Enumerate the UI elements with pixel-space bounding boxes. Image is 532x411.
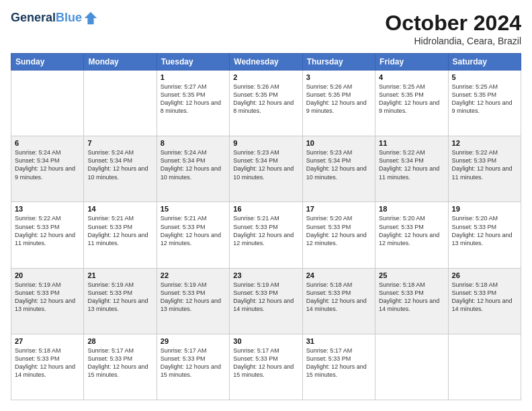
table-row: 14Sunrise: 5:21 AM Sunset: 5:33 PM Dayli…: [84, 202, 157, 268]
day-info: Sunrise: 5:23 AM Sunset: 5:34 PM Dayligh…: [233, 148, 298, 181]
day-number: 10: [306, 139, 371, 147]
table-row: [11, 71, 84, 136]
day-info: Sunrise: 5:23 AM Sunset: 5:34 PM Dayligh…: [306, 148, 371, 181]
day-number: 8: [161, 139, 226, 147]
day-info: Sunrise: 5:22 AM Sunset: 5:33 PM Dayligh…: [452, 148, 517, 181]
day-number: 19: [452, 205, 517, 213]
table-row: 28Sunrise: 5:17 AM Sunset: 5:33 PM Dayli…: [84, 334, 157, 400]
col-tuesday: Tuesday: [157, 54, 229, 71]
table-row: 11Sunrise: 5:22 AM Sunset: 5:34 PM Dayli…: [375, 136, 448, 202]
table-row: 12Sunrise: 5:22 AM Sunset: 5:33 PM Dayli…: [448, 136, 521, 202]
day-number: 5: [452, 73, 517, 81]
day-info: Sunrise: 5:20 AM Sunset: 5:33 PM Dayligh…: [306, 214, 371, 247]
table-row: [375, 334, 448, 400]
col-friday: Friday: [375, 54, 448, 71]
day-info: Sunrise: 5:21 AM Sunset: 5:33 PM Dayligh…: [87, 214, 152, 247]
table-row: 13Sunrise: 5:22 AM Sunset: 5:33 PM Dayli…: [11, 202, 84, 268]
calendar-week-row: 27Sunrise: 5:18 AM Sunset: 5:33 PM Dayli…: [11, 334, 521, 400]
day-info: Sunrise: 5:20 AM Sunset: 5:33 PM Dayligh…: [379, 214, 444, 247]
day-info: Sunrise: 5:17 AM Sunset: 5:33 PM Dayligh…: [87, 347, 152, 379]
table-row: [84, 71, 157, 136]
day-info: Sunrise: 5:18 AM Sunset: 5:33 PM Dayligh…: [15, 347, 80, 379]
day-info: Sunrise: 5:24 AM Sunset: 5:34 PM Dayligh…: [87, 148, 152, 181]
table-row: [448, 334, 521, 400]
day-info: Sunrise: 5:17 AM Sunset: 5:33 PM Dayligh…: [233, 347, 298, 379]
day-number: 4: [379, 73, 444, 81]
calendar-week-row: 1Sunrise: 5:27 AM Sunset: 5:35 PM Daylig…: [11, 71, 521, 136]
col-saturday: Saturday: [448, 54, 521, 71]
calendar-week-row: 20Sunrise: 5:19 AM Sunset: 5:33 PM Dayli…: [11, 268, 521, 334]
day-info: Sunrise: 5:18 AM Sunset: 5:33 PM Dayligh…: [379, 281, 444, 314]
day-number: 3: [306, 73, 371, 81]
logo-text: GeneralBlue: [11, 11, 82, 25]
day-number: 20: [15, 271, 80, 279]
day-number: 11: [379, 139, 444, 147]
day-info: Sunrise: 5:25 AM Sunset: 5:35 PM Dayligh…: [452, 83, 517, 116]
day-number: 31: [306, 337, 371, 345]
day-info: Sunrise: 5:27 AM Sunset: 5:35 PM Dayligh…: [161, 83, 226, 116]
day-info: Sunrise: 5:26 AM Sunset: 5:35 PM Dayligh…: [306, 83, 371, 116]
calendar-header-row: Sunday Monday Tuesday Wednesday Thursday…: [11, 54, 521, 71]
table-row: 16Sunrise: 5:21 AM Sunset: 5:33 PM Dayli…: [230, 202, 302, 268]
day-number: 9: [233, 139, 298, 147]
table-row: 1Sunrise: 5:27 AM Sunset: 5:35 PM Daylig…: [157, 71, 229, 136]
table-row: 18Sunrise: 5:20 AM Sunset: 5:33 PM Dayli…: [375, 202, 448, 268]
day-info: Sunrise: 5:19 AM Sunset: 5:33 PM Dayligh…: [233, 281, 298, 314]
day-info: Sunrise: 5:19 AM Sunset: 5:33 PM Dayligh…: [161, 281, 226, 314]
day-info: Sunrise: 5:21 AM Sunset: 5:33 PM Dayligh…: [161, 214, 226, 247]
day-number: 1: [161, 73, 226, 81]
day-info: Sunrise: 5:21 AM Sunset: 5:33 PM Dayligh…: [233, 214, 298, 247]
day-info: Sunrise: 5:24 AM Sunset: 5:34 PM Dayligh…: [15, 148, 80, 181]
table-row: 27Sunrise: 5:18 AM Sunset: 5:33 PM Dayli…: [11, 334, 84, 400]
day-info: Sunrise: 5:25 AM Sunset: 5:35 PM Dayligh…: [379, 83, 444, 116]
day-number: 25: [379, 271, 444, 279]
day-number: 15: [161, 205, 226, 213]
day-number: 6: [15, 139, 80, 147]
day-number: 7: [87, 139, 152, 147]
table-row: 29Sunrise: 5:17 AM Sunset: 5:33 PM Dayli…: [157, 334, 229, 400]
table-row: 3Sunrise: 5:26 AM Sunset: 5:35 PM Daylig…: [302, 71, 375, 136]
col-thursday: Thursday: [302, 54, 375, 71]
table-row: 23Sunrise: 5:19 AM Sunset: 5:33 PM Dayli…: [230, 268, 302, 334]
table-row: 7Sunrise: 5:24 AM Sunset: 5:34 PM Daylig…: [84, 136, 157, 202]
calendar-week-row: 13Sunrise: 5:22 AM Sunset: 5:33 PM Dayli…: [11, 202, 521, 268]
table-row: 10Sunrise: 5:23 AM Sunset: 5:34 PM Dayli…: [302, 136, 375, 202]
table-row: 17Sunrise: 5:20 AM Sunset: 5:33 PM Dayli…: [302, 202, 375, 268]
table-row: 8Sunrise: 5:24 AM Sunset: 5:34 PM Daylig…: [157, 136, 229, 202]
day-number: 14: [87, 205, 152, 213]
day-info: Sunrise: 5:17 AM Sunset: 5:33 PM Dayligh…: [306, 347, 371, 379]
day-info: Sunrise: 5:26 AM Sunset: 5:35 PM Dayligh…: [233, 83, 298, 116]
day-info: Sunrise: 5:18 AM Sunset: 5:33 PM Dayligh…: [306, 281, 371, 314]
day-number: 21: [87, 271, 152, 279]
header: GeneralBlue October 2024 Hidrolandia, Ce…: [11, 11, 521, 46]
day-number: 30: [233, 337, 298, 345]
table-row: 24Sunrise: 5:18 AM Sunset: 5:33 PM Dayli…: [302, 268, 375, 334]
day-number: 2: [233, 73, 298, 81]
logo-icon: [83, 11, 98, 26]
day-info: Sunrise: 5:22 AM Sunset: 5:34 PM Dayligh…: [379, 148, 444, 181]
day-info: Sunrise: 5:18 AM Sunset: 5:33 PM Dayligh…: [452, 281, 517, 314]
col-sunday: Sunday: [11, 54, 84, 71]
logo: GeneralBlue: [11, 11, 98, 26]
col-monday: Monday: [84, 54, 157, 71]
table-row: 19Sunrise: 5:20 AM Sunset: 5:33 PM Dayli…: [448, 202, 521, 268]
col-wednesday: Wednesday: [230, 54, 302, 71]
table-row: 9Sunrise: 5:23 AM Sunset: 5:34 PM Daylig…: [230, 136, 302, 202]
day-number: 22: [161, 271, 226, 279]
table-row: 15Sunrise: 5:21 AM Sunset: 5:33 PM Dayli…: [157, 202, 229, 268]
day-number: 27: [15, 337, 80, 345]
table-row: 4Sunrise: 5:25 AM Sunset: 5:35 PM Daylig…: [375, 71, 448, 136]
day-number: 29: [161, 337, 226, 345]
day-info: Sunrise: 5:17 AM Sunset: 5:33 PM Dayligh…: [161, 347, 226, 379]
day-info: Sunrise: 5:22 AM Sunset: 5:33 PM Dayligh…: [15, 214, 80, 247]
table-row: 31Sunrise: 5:17 AM Sunset: 5:33 PM Dayli…: [302, 334, 375, 400]
table-row: 30Sunrise: 5:17 AM Sunset: 5:33 PM Dayli…: [230, 334, 302, 400]
day-info: Sunrise: 5:19 AM Sunset: 5:33 PM Dayligh…: [15, 281, 80, 314]
table-row: 21Sunrise: 5:19 AM Sunset: 5:33 PM Dayli…: [84, 268, 157, 334]
subtitle: Hidrolandia, Ceara, Brazil: [385, 36, 521, 46]
day-number: 13: [15, 205, 80, 213]
table-row: 2Sunrise: 5:26 AM Sunset: 5:35 PM Daylig…: [230, 71, 302, 136]
title-section: October 2024 Hidrolandia, Ceara, Brazil: [385, 11, 521, 46]
page: GeneralBlue October 2024 Hidrolandia, Ce…: [0, 0, 532, 411]
day-number: 26: [452, 271, 517, 279]
